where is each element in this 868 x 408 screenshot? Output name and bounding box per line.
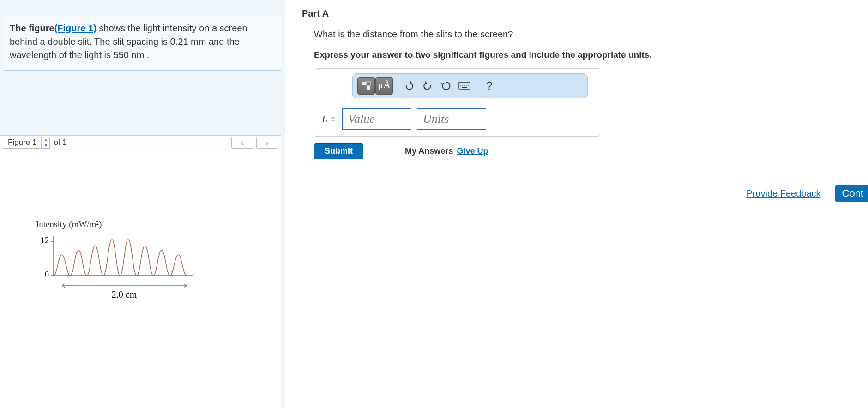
answer-box: μÅ: [314, 68, 600, 137]
provide-feedback-link[interactable]: Provide Feedback: [746, 188, 820, 199]
units-picker-button[interactable]: μÅ: [375, 77, 393, 95]
redo-icon: [422, 81, 433, 91]
my-answers-label: My Answers: [405, 146, 453, 156]
figure-prev-button[interactable]: ‹: [231, 137, 253, 149]
chart-svg: 12 0 2.0 cm: [36, 229, 202, 303]
answer-value-input[interactable]: [342, 108, 411, 130]
answer-input-row: L =: [322, 108, 594, 130]
stepper-down-icon[interactable]: ▼: [42, 143, 50, 148]
figure-dropdown[interactable]: Figure 1 ▲ ▼: [3, 137, 50, 149]
figure-next-button[interactable]: ›: [256, 137, 278, 149]
part-a-header: Part A: [302, 8, 868, 19]
right-panel: Part A What is the distance from the sli…: [285, 0, 868, 408]
ytick-12: 12: [41, 236, 49, 245]
keyboard-button[interactable]: [456, 77, 473, 95]
chevron-left-icon: ‹: [241, 139, 244, 147]
figure-of-label: of 1: [54, 138, 66, 147]
intensity-chart: Intensity (mW/m²) 12 0 2.0 cm: [36, 219, 221, 302]
help-button[interactable]: ?: [481, 77, 498, 95]
answer-units-input[interactable]: [417, 108, 486, 130]
ytick-0: 0: [45, 270, 49, 279]
fraction-icon: [361, 80, 372, 91]
equation-toolbar: μÅ: [352, 73, 588, 98]
intensity-curve: [54, 240, 187, 276]
footer-row: Provide Feedback Cont: [746, 185, 868, 202]
reset-button[interactable]: [437, 77, 455, 95]
svg-rect-7: [367, 86, 370, 90]
redo-button[interactable]: [419, 77, 436, 95]
figure-link[interactable]: (Figure 1): [54, 23, 96, 33]
answer-variable: L: [322, 113, 327, 125]
help-icon: ?: [486, 79, 492, 92]
reset-icon: [441, 81, 451, 91]
stepper-up-icon[interactable]: ▲: [42, 137, 50, 143]
submit-button[interactable]: Submit: [314, 143, 363, 159]
part-a-instruction: Express your answer to two significant f…: [314, 50, 868, 60]
action-row: Submit My Answers Give Up: [314, 143, 868, 159]
figure-area: Intensity (mW/m²) 12 0 2.0 cm: [0, 150, 281, 408]
x-span-label: 2.0 cm: [112, 289, 137, 300]
problem-statement: The figure(Figure 1) shows the light int…: [4, 15, 281, 71]
undo-icon: [404, 81, 414, 91]
keyboard-icon: [458, 82, 470, 90]
units-mu-angstrom-icon: μÅ: [378, 79, 391, 93]
svg-rect-6: [367, 81, 370, 85]
undo-button[interactable]: [400, 77, 418, 95]
figure-current: Figure 1: [3, 138, 41, 147]
chart-title: Intensity (mW/m²): [36, 219, 221, 229]
left-panel: The figure(Figure 1) shows the light int…: [0, 0, 285, 408]
svg-rect-5: [362, 82, 366, 85]
part-a-question: What is the distance from the slits to t…: [314, 29, 868, 40]
figure-stepper[interactable]: ▲ ▼: [41, 137, 49, 148]
problem-text-pre: The figure: [10, 23, 54, 33]
answer-equals: =: [330, 114, 336, 125]
chevron-right-icon: ›: [266, 139, 269, 147]
template-fraction-button[interactable]: [357, 77, 375, 95]
figure-selector-bar: Figure 1 ▲ ▼ of 1 ‹ ›: [0, 135, 281, 150]
give-up-link[interactable]: Give Up: [457, 146, 488, 156]
continue-button[interactable]: Cont: [835, 185, 868, 202]
